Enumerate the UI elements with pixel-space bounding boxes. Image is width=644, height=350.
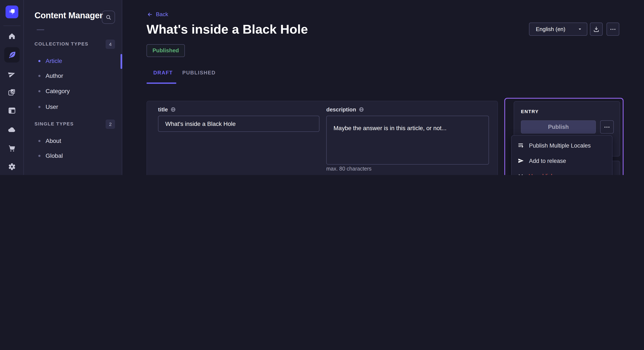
bullet-icon xyxy=(38,106,40,108)
sidebar-item-label: Author xyxy=(46,72,63,79)
app-window: KD Content Manager COLLECTION TYPES 4 Ar… xyxy=(0,0,644,175)
sidebar-item-global[interactable]: Global xyxy=(38,151,63,160)
subnav-divider xyxy=(37,29,44,30)
sidebar-item-about[interactable]: About xyxy=(38,137,61,145)
menu-item-add-to-release[interactable]: Add to release xyxy=(512,153,612,169)
cart-icon[interactable] xyxy=(8,144,16,153)
description-textarea[interactable]: Maybe the answer is in this article, or … xyxy=(326,116,489,165)
collection-types-label: COLLECTION TYPES xyxy=(34,41,88,46)
rail-divider xyxy=(4,25,20,26)
chevron-down-icon xyxy=(578,27,582,31)
bullet-icon xyxy=(38,75,40,77)
sidebar-item-author[interactable]: Author xyxy=(38,71,63,80)
cross-icon xyxy=(518,173,524,175)
download-icon xyxy=(593,26,600,32)
locale-select[interactable]: English (en) xyxy=(529,22,587,36)
subnav-scrollbar-thumb[interactable] xyxy=(120,54,122,69)
collection-types-count: 4 xyxy=(106,39,115,49)
entry-panel-title: ENTRY xyxy=(521,109,539,114)
tab-published[interactable]: PUBLISHED xyxy=(182,70,216,76)
menu-item-unpublish[interactable]: Unpublish xyxy=(512,169,612,175)
publish-button[interactable]: Publish xyxy=(521,120,596,134)
ellipsis-icon xyxy=(604,124,610,130)
download-button[interactable] xyxy=(590,22,603,36)
gear-icon[interactable] xyxy=(8,163,16,171)
back-link[interactable]: Back xyxy=(147,11,168,17)
sidebar-item-article[interactable]: Article xyxy=(38,57,62,65)
sidebar-item-label: About xyxy=(46,137,61,144)
menu-item-publish-multiple-locales[interactable]: Publish Multiple Locales xyxy=(512,138,612,153)
sidebar-item-content-manager-active[interactable] xyxy=(4,47,20,62)
single-types-count: 2 xyxy=(106,120,115,129)
title-field-label: title xyxy=(158,106,176,113)
sidebar-item-label: User xyxy=(46,103,58,110)
status-badge: Published xyxy=(146,44,185,57)
single-types-label: SINGLE TYPES xyxy=(34,121,74,126)
arrow-left-icon xyxy=(147,11,153,17)
bullet-icon xyxy=(38,60,40,62)
globe-icon xyxy=(359,107,364,112)
more-options-button[interactable] xyxy=(606,22,619,36)
page-title: What's inside a Black Hole xyxy=(146,22,308,37)
title-input[interactable] xyxy=(158,116,320,132)
layout-icon[interactable] xyxy=(8,106,16,115)
search-icon xyxy=(105,14,112,20)
content-manager-subnav: Content Manager COLLECTION TYPES 4 Artic… xyxy=(24,0,122,175)
tab-draft[interactable]: DRAFT xyxy=(153,70,173,76)
sidebar-item-user[interactable]: User xyxy=(38,103,58,111)
icon-rail: KD xyxy=(0,0,24,175)
send-icon[interactable] xyxy=(8,70,16,78)
bullet-icon xyxy=(38,90,40,92)
locale-value: English (en) xyxy=(536,26,578,32)
bullet-icon xyxy=(38,140,40,142)
media-library-icon[interactable] xyxy=(8,88,16,97)
ellipsis-icon xyxy=(610,26,616,32)
home-icon[interactable] xyxy=(8,32,16,40)
cloud-icon[interactable] xyxy=(8,126,16,134)
back-label: Back xyxy=(156,11,168,17)
globe-icon xyxy=(170,107,176,112)
entry-more-button[interactable] xyxy=(600,120,614,134)
search-button[interactable] xyxy=(102,11,115,24)
active-tab-indicator xyxy=(146,82,176,84)
subnav-title: Content Manager xyxy=(34,11,103,20)
paper-plane-icon xyxy=(518,157,524,164)
sidebar-item-label: Category xyxy=(46,88,70,94)
sidebar-item-category[interactable]: Category xyxy=(38,87,70,95)
sidebar-item-label: Global xyxy=(46,152,63,159)
bullet-icon xyxy=(38,155,40,157)
list-plus-icon xyxy=(518,142,524,149)
description-field-label: description xyxy=(326,106,364,113)
feather-icon xyxy=(8,51,16,59)
strapi-logo[interactable] xyxy=(6,5,18,18)
sidebar-item-label: Article xyxy=(46,57,62,64)
strapi-logo-icon xyxy=(8,8,16,16)
publish-options-menu: Publish Multiple Locales Add to release … xyxy=(511,135,612,175)
description-helper: max. 80 characters xyxy=(326,166,372,172)
